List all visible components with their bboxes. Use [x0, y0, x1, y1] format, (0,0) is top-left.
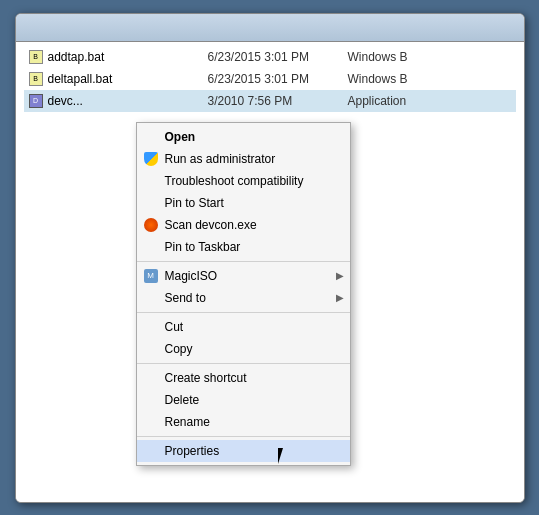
file-type: Application [348, 94, 512, 108]
ctx-item-label: Troubleshoot compatibility [165, 174, 304, 188]
ctx-item-label: MagicISO [165, 269, 218, 283]
file-row[interactable]: D devc... 3/2010 7:56 PM Application [24, 90, 516, 112]
file-date: 6/23/2015 3:01 PM [208, 72, 348, 86]
ctx-item-pin-start[interactable]: Pin to Start [137, 192, 350, 214]
submenu-arrow-icon: ▶ [336, 292, 344, 303]
file-name: devc... [48, 94, 208, 108]
ctx-item-label: Create shortcut [165, 371, 247, 385]
ctx-item-label: Properties [165, 444, 220, 458]
scan-icon [143, 217, 159, 233]
window-titlebar [16, 14, 524, 42]
ctx-item-troubleshoot[interactable]: Troubleshoot compatibility [137, 170, 350, 192]
ctx-item-label: Send to [165, 291, 206, 305]
file-row[interactable]: B addtap.bat 6/23/2015 3:01 PM Windows B [24, 46, 516, 68]
bat-icon: B [28, 71, 44, 87]
ctx-item-sendto[interactable]: Send to▶ [137, 287, 350, 309]
ctx-item-rename[interactable]: Rename [137, 411, 350, 433]
file-explorer-window: B addtap.bat 6/23/2015 3:01 PM Windows B… [15, 13, 525, 503]
ctx-item-pin-taskbar[interactable]: Pin to Taskbar [137, 236, 350, 258]
ctx-item-copy[interactable]: Copy [137, 338, 350, 360]
ctx-item-delete[interactable]: Delete [137, 389, 350, 411]
ctx-item-label: Pin to Taskbar [165, 240, 241, 254]
ctx-separator [137, 261, 350, 262]
file-type: Windows B [348, 72, 512, 86]
ctx-item-label: Cut [165, 320, 184, 334]
ctx-item-magiciso[interactable]: MMagicISO▶ [137, 265, 350, 287]
ctx-item-label: Scan devcon.exe [165, 218, 257, 232]
ctx-separator [137, 436, 350, 437]
mouse-cursor [278, 448, 290, 466]
ctx-item-properties[interactable]: Properties [137, 440, 350, 462]
shield-icon [143, 151, 159, 167]
ctx-item-label: Open [165, 130, 196, 144]
ctx-item-label: Pin to Start [165, 196, 224, 210]
submenu-arrow-icon: ▶ [336, 270, 344, 281]
ctx-item-create-shortcut[interactable]: Create shortcut [137, 367, 350, 389]
ctx-item-label: Delete [165, 393, 200, 407]
context-menu: OpenRun as administratorTroubleshoot com… [136, 122, 351, 466]
ctx-separator [137, 312, 350, 313]
file-name: deltapall.bat [48, 72, 208, 86]
devc-icon: D [28, 93, 44, 109]
file-type: Windows B [348, 50, 512, 64]
ctx-item-run-admin[interactable]: Run as administrator [137, 148, 350, 170]
file-name: addtap.bat [48, 50, 208, 64]
file-date: 3/2010 7:56 PM [208, 94, 348, 108]
ctx-item-cut[interactable]: Cut [137, 316, 350, 338]
file-list-area: B addtap.bat 6/23/2015 3:01 PM Windows B… [16, 42, 524, 503]
ctx-item-open[interactable]: Open [137, 126, 350, 148]
ctx-item-label: Copy [165, 342, 193, 356]
bat-icon: B [28, 49, 44, 65]
file-date: 6/23/2015 3:01 PM [208, 50, 348, 64]
magiciso-icon: M [143, 268, 159, 284]
ctx-item-scan[interactable]: Scan devcon.exe [137, 214, 350, 236]
ctx-item-label: Run as administrator [165, 152, 276, 166]
ctx-separator [137, 363, 350, 364]
file-row[interactable]: B deltapall.bat 6/23/2015 3:01 PM Window… [24, 68, 516, 90]
ctx-item-label: Rename [165, 415, 210, 429]
